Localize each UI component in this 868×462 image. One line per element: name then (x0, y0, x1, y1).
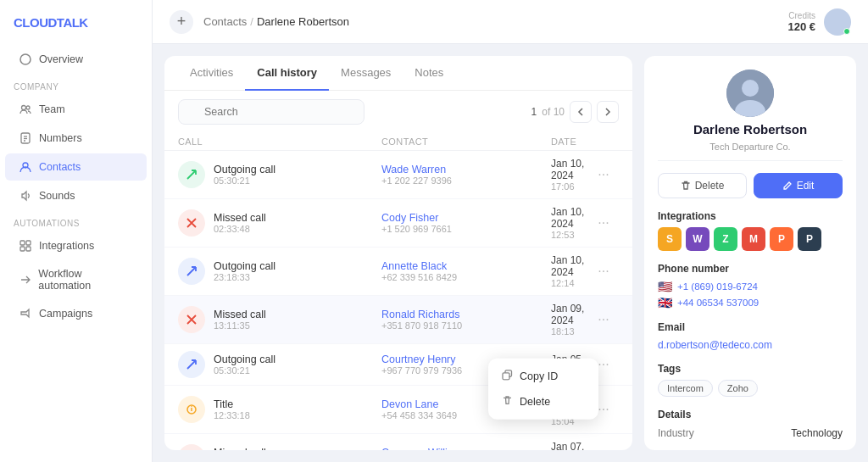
sidebar-item-numbers[interactable]: Numbers (5, 125, 147, 152)
call-time: 17:06 (551, 181, 593, 192)
uk-flag: 🇬🇧 (658, 296, 672, 309)
more-options-button[interactable]: ··· (593, 309, 614, 330)
delete-button[interactable]: Delete (658, 173, 747, 198)
integration-icon-z[interactable]: Z (714, 227, 737, 251)
tags-title: Tags (658, 363, 843, 375)
integration-icons: S W Z M P P (658, 227, 843, 251)
context-delete-label: Delete (520, 396, 550, 408)
call-icon-missed (178, 209, 205, 237)
more-options-button[interactable]: ··· (593, 213, 614, 233)
detail-industry-row: Industry Technology (658, 426, 843, 441)
contact-name-link[interactable]: Ronald Richards (381, 309, 551, 320)
integration-icon-p1[interactable]: P (770, 227, 793, 251)
call-type-label: Missed call (214, 447, 266, 450)
more-options-button[interactable]: ··· (593, 261, 614, 281)
svg-rect-8 (20, 241, 25, 245)
contact-name-link[interactable]: Annette Black (381, 260, 551, 272)
company-section-label: Company (0, 74, 152, 95)
tag-zoho[interactable]: Zoho (718, 380, 758, 397)
logo: CLOUDTALK (0, 0, 152, 45)
sidebar-item-label: Contacts (39, 161, 81, 173)
page-current: 1 (531, 106, 537, 118)
sidebar-item-team[interactable]: Team (5, 96, 147, 123)
prev-page-button[interactable] (570, 101, 592, 123)
contact-name-link[interactable]: Cody Fisher (381, 212, 551, 224)
breadcrumb-parent[interactable]: Contacts (203, 15, 247, 28)
search-input[interactable] (178, 99, 364, 125)
user-avatar[interactable] (824, 8, 851, 36)
tag-intercom[interactable]: Intercom (658, 380, 713, 397)
contact-phone: +62 339 516 8429 (381, 272, 551, 282)
call-icon-outgoing-blue (178, 258, 205, 285)
details-title: Details (658, 409, 843, 420)
sidebar-item-label: Workflow automation (38, 268, 133, 292)
workflow-icon (19, 273, 31, 287)
context-copy-id-label: Copy ID (520, 370, 558, 382)
tab-bar: Activities Call history Messages Notes (164, 56, 632, 91)
context-delete[interactable]: Delete (493, 389, 593, 415)
uk-phone[interactable]: +44 06534 537009 (677, 298, 759, 308)
sidebar-item-workflow[interactable]: Workflow automation (5, 261, 147, 298)
breadcrumb-sep: / (250, 15, 253, 28)
online-indicator (843, 28, 850, 35)
edit-button[interactable]: Edit (754, 173, 843, 198)
table-row: Missed call 13:11:35 Cameron Williamson … (164, 434, 632, 450)
call-date: Jan 07, 2024 (551, 441, 593, 450)
content-area: Activities Call history Messages Notes 🔍… (153, 44, 868, 462)
tab-call-history[interactable]: Call history (245, 56, 329, 91)
tab-notes[interactable]: Notes (403, 56, 455, 91)
contact-name-link[interactable]: Cameron Williamson (381, 447, 551, 450)
integration-icon-p2[interactable]: P (798, 227, 821, 251)
more-options-button[interactable]: ··· (593, 448, 614, 450)
automations-section-label: Automations (0, 210, 152, 231)
call-time: 18:13 (551, 326, 593, 337)
svg-point-0 (20, 54, 31, 64)
integration-icon-s[interactable]: S (658, 227, 682, 251)
us-phone[interactable]: +1 (869) 019-6724 (677, 281, 758, 292)
svg-rect-11 (26, 247, 31, 251)
sidebar-item-contacts[interactable]: Contacts (5, 153, 147, 181)
call-duration: 05:30:21 (214, 365, 275, 376)
copy-icon (502, 370, 513, 383)
search-wrap: 🔍 (178, 99, 364, 125)
call-time: 12:53 (551, 230, 593, 240)
more-options-button[interactable]: ··· (593, 164, 614, 185)
action-row: Delete Edit (658, 173, 843, 198)
add-button[interactable]: + (170, 10, 193, 34)
contact-phone: +1 202 227 9396 (381, 175, 551, 186)
call-icon-outgoing (178, 161, 205, 188)
search-pagination-row: 🔍 1 of 10 (164, 91, 632, 133)
avatar (726, 70, 774, 117)
contacts-icon (19, 160, 32, 174)
details-section: Details Industry Technology (658, 409, 843, 441)
svg-point-15 (191, 406, 192, 407)
sidebar: CLOUDTALK Overview Company Team Numbers … (0, 0, 153, 462)
sidebar-item-campaigns[interactable]: Campaigns (5, 300, 147, 327)
call-duration: 23:18:33 (214, 272, 275, 282)
table-row: Outgoing call 05:30:21 Wade Warren +1 20… (164, 151, 632, 199)
tab-messages[interactable]: Messages (329, 56, 403, 91)
tab-activities[interactable]: Activities (178, 56, 245, 91)
integration-icon-m[interactable]: M (742, 227, 765, 251)
table-row: Missed call 13:11:35 Ronald Richards +35… (164, 296, 632, 344)
next-page-button[interactable] (597, 101, 619, 123)
sidebar-item-integrations[interactable]: Integrations (5, 232, 147, 259)
context-copy-id[interactable]: Copy ID (493, 364, 593, 389)
sidebar-item-overview[interactable]: Overview (5, 46, 147, 73)
call-type-label: Missed call (214, 309, 266, 320)
credits-display: Credits 120 € (787, 10, 815, 33)
sidebar-item-sounds[interactable]: Sounds (5, 182, 147, 209)
call-duration: 02:33:48 (214, 224, 266, 234)
main-area: + Contacts / Darlene Robertson Credits 1… (153, 0, 868, 462)
credits-label: Credits (788, 11, 815, 20)
integrations-section: Integrations S W Z M P P (658, 210, 843, 251)
integration-icon-w[interactable]: W (686, 227, 709, 251)
svg-point-1 (22, 106, 26, 110)
breadcrumb: Contacts / Darlene Robertson (203, 15, 349, 28)
email-value[interactable]: d.robertson@tedeco.com (658, 339, 772, 351)
profile-company: Tech Departure Co. (709, 142, 790, 152)
table-row: Outgoing call 05:30:21 Courtney Henry +9… (164, 344, 632, 386)
call-type-label: Outgoing call (214, 260, 275, 272)
contact-name-link[interactable]: Wade Warren (381, 164, 551, 175)
call-date: Jan 10, 2024 (551, 254, 593, 278)
